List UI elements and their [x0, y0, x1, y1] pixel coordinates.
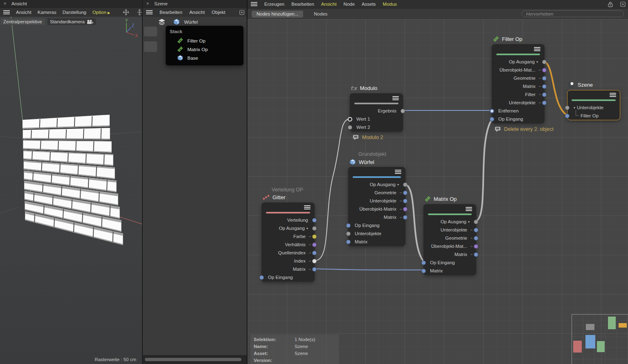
layer-swatch[interactable] — [144, 27, 157, 36]
menu-assets[interactable]: Assets — [362, 2, 376, 7]
hamburger-icon[interactable] — [146, 10, 153, 14]
port-socket[interactable] — [490, 117, 494, 121]
stack-item-base[interactable]: Base — [166, 54, 243, 62]
stack-item-filter-op[interactable]: Filter Op — [166, 36, 243, 45]
port-unterobjekte[interactable]: Unterobjekte — [492, 99, 544, 107]
port-socket[interactable] — [421, 269, 426, 273]
tab-nodes[interactable]: Nodes — [314, 11, 327, 16]
node-menu-icon[interactable] — [534, 47, 540, 51]
stack-item-matrix-op[interactable]: Matrix Op — [166, 45, 243, 54]
port-socket[interactable] — [346, 240, 351, 244]
close-icon[interactable]: × — [145, 1, 150, 7]
port-matrix[interactable]: Matrix — [349, 213, 405, 221]
port-op-eingang[interactable]: Op Eingang — [424, 258, 476, 267]
node-menu-icon[interactable] — [304, 205, 311, 209]
port-socket[interactable] — [346, 231, 351, 236]
port-matrix[interactable]: Matrix — [492, 82, 544, 90]
port--berobjekt-mat-[interactable]: Überobjekt-Mat... — [424, 242, 476, 250]
horizontal-scrollbar[interactable] — [143, 355, 248, 364]
port-verh-ltnis[interactable]: Verhältnis — [262, 240, 314, 249]
port-socket[interactable] — [542, 84, 547, 89]
node-menu-icon[interactable] — [466, 207, 472, 211]
port-ergebnis[interactable]: Ergebnis — [350, 107, 403, 115]
hamburger-icon[interactable] — [251, 2, 257, 6]
port-socket[interactable] — [490, 109, 494, 113]
port-unterobjekte[interactable]: Unterobjekte — [424, 226, 476, 234]
port-wert-2[interactable]: Wert 2 — [350, 123, 403, 131]
node-menu-icon[interactable] — [395, 170, 401, 174]
port-geometrie[interactable]: Geometrie — [349, 189, 405, 197]
port-socket[interactable] — [312, 226, 317, 231]
menu-ansicht[interactable]: Ansicht — [321, 2, 337, 7]
port-socket[interactable] — [565, 106, 569, 110]
menu-objekt[interactable]: Objekt — [212, 10, 225, 15]
port-socket[interactable] — [474, 252, 478, 257]
perspective-label[interactable]: Zentralperspektive — [1, 18, 45, 25]
port-socket[interactable] — [403, 207, 407, 211]
port-socket[interactable] — [403, 182, 407, 187]
port-unterobjekte[interactable]: Unterobjekte — [349, 197, 405, 205]
port-socket[interactable] — [312, 234, 317, 239]
layers-icon[interactable] — [158, 19, 165, 25]
menu-bearbeiten[interactable]: Bearbeiten — [160, 10, 182, 15]
port-socket[interactable] — [474, 244, 478, 249]
port-socket[interactable] — [348, 125, 352, 130]
port-socket[interactable] — [348, 117, 352, 121]
port-socket[interactable] — [542, 60, 547, 64]
port-index[interactable]: Index — [262, 257, 314, 265]
menu-ansicht[interactable]: Ansicht — [189, 10, 205, 15]
node-matrix-op[interactable]: Matrix Op Op Ausgang▾UnterobjekteGeometr… — [423, 204, 476, 275]
menu-erzeugen[interactable]: Erzeugen — [264, 2, 284, 7]
node-gitter[interactable]: Verteilung OP Gitter VerteilungOp Ausgan… — [261, 202, 315, 282]
port-socket[interactable] — [474, 228, 478, 232]
port-socket[interactable] — [403, 191, 407, 195]
port-quellenindex[interactable]: Quellenindex — [262, 249, 314, 257]
port-socket[interactable] — [565, 114, 569, 118]
menu-option[interactable]: Option ▶ — [92, 10, 110, 15]
port-verteilung[interactable]: Verteilung — [262, 216, 314, 224]
port-socket[interactable] — [312, 259, 317, 263]
highlight-search-input[interactable] — [522, 10, 624, 17]
port-socket[interactable] — [474, 220, 478, 224]
close-icon[interactable]: × — [2, 1, 7, 7]
lock-icon[interactable] — [608, 1, 613, 7]
port-options-arrow-icon[interactable]: ▾ — [397, 183, 399, 186]
port-options-arrow-icon[interactable]: ▾ — [536, 60, 538, 64]
port-unterobjekte[interactable]: Unterobjekte — [349, 229, 405, 238]
port-matrix[interactable]: Matrix — [424, 250, 476, 258]
port-farbe[interactable]: Farbe — [262, 232, 314, 240]
collapse-arrow-icon[interactable]: ▾ — [574, 106, 575, 110]
port-socket[interactable] — [346, 223, 351, 228]
port-socket[interactable] — [312, 267, 317, 272]
port-socket[interactable] — [312, 218, 317, 222]
menu-darstellung[interactable]: Darstellung — [63, 10, 86, 15]
port-socket[interactable] — [312, 251, 317, 255]
port-socket[interactable] — [259, 275, 264, 280]
port-socket[interactable] — [403, 199, 407, 203]
menu-bearbeiten[interactable]: Bearbeiten — [291, 2, 314, 7]
port-geometrie[interactable]: Geometrie — [492, 74, 544, 82]
port-socket[interactable] — [421, 261, 426, 265]
port-options-arrow-icon[interactable]: ▾ — [306, 227, 308, 230]
camera-label[interactable]: Standardkamera — [47, 18, 96, 25]
node-canvas[interactable] — [248, 19, 628, 364]
layer-swatch[interactable] — [144, 41, 157, 52]
port-socket[interactable] — [474, 236, 478, 240]
port-op-eingang[interactable]: Op Eingang — [492, 115, 544, 123]
hamburger-icon[interactable] — [3, 10, 10, 14]
tree-item-wuerfel[interactable]: Würfel — [173, 18, 198, 25]
add-nodes-button[interactable]: Nodes hinzufügen... — [252, 11, 303, 18]
port--berobjekt-mat-[interactable]: Überobjekt-Mat... — [492, 66, 544, 74]
port-geometrie[interactable]: Geometrie — [424, 234, 476, 242]
node-menu-icon[interactable] — [392, 96, 399, 100]
add-panel-icon[interactable] — [620, 2, 626, 7]
viewport-3d-view[interactable]: Zentralperspektive Standardkamera Y Z X — [0, 17, 142, 364]
menu-ansicht[interactable]: Ansicht — [16, 10, 32, 15]
add-panel-icon[interactable] — [239, 10, 244, 15]
port-filter[interactable]: Filter — [492, 90, 544, 99]
port-socket[interactable] — [542, 68, 547, 72]
menu-modus[interactable]: Modus — [383, 2, 397, 7]
port-socket[interactable] — [542, 76, 547, 81]
port-wert-1[interactable]: Wert 1 — [350, 115, 403, 123]
port-op-ausgang[interactable]: Op Ausgang▾ — [349, 180, 405, 189]
